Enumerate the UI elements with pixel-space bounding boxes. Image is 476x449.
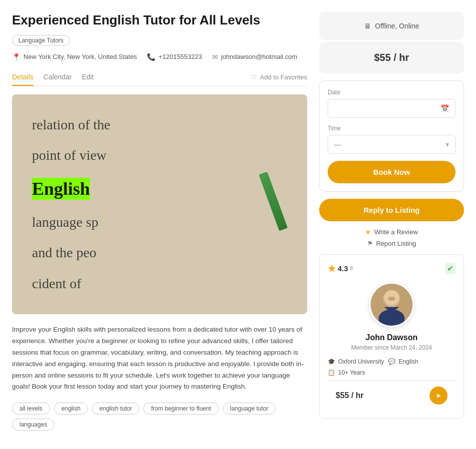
email-link[interactable]: johndawson@hotmail.com (221, 53, 298, 60)
tutor-profile-card: ★ 4.3 8 ✔ John D (319, 254, 464, 419)
description-text: Improve your English skills with persona… (12, 324, 307, 393)
book-line-4: and the peo (32, 245, 287, 261)
university-icon: 🎓 (328, 358, 335, 365)
experience-icon: 📋 (328, 369, 335, 376)
listing-image: relation of the point of view English la… (12, 94, 307, 314)
listing-title: Experienced English Tutor for All Levels (12, 12, 307, 29)
phone-icon: 📞 (147, 53, 155, 61)
time-value: — (334, 140, 341, 148)
price-card: $55 / hr (319, 42, 464, 73)
english-highlight: English (32, 178, 90, 200)
tag-all-levels: all levels (12, 403, 50, 415)
bottom-bar: $55 / hr ➤ (328, 380, 456, 411)
chevron-down-icon: ▾ (446, 140, 449, 148)
tags-container: all levels english english tutor from be… (12, 403, 307, 431)
tag-english: english (54, 403, 88, 415)
main-content: Experienced English Tutor for All Levels… (12, 12, 307, 431)
report-listing-link[interactable]: ⚑ Report Listing (367, 240, 416, 247)
mode-card: 🖥 Offline, Online (319, 12, 464, 40)
bottom-price: $55 / hr (336, 391, 364, 400)
action-links: ★ Write a Review ⚑ Report Listing (319, 228, 464, 247)
book-line-5: cident of (32, 276, 287, 292)
mode-row: 🖥 Offline, Online (327, 19, 456, 33)
favorites-label: Add to Favorites (260, 73, 307, 81)
tutor-meta-2: 📋 10+ Years (328, 369, 456, 376)
book-overlay: relation of the point of view English la… (12, 94, 307, 314)
date-label: Date (328, 89, 456, 96)
email-meta: ✉ johndawson@hotmail.com (212, 53, 298, 61)
time-select-container[interactable]: — ▾ (328, 135, 456, 154)
location-text: New York City, New York, United States (23, 53, 137, 60)
tab-details[interactable]: Details (12, 69, 33, 86)
star-icon-action: ★ (365, 228, 371, 236)
book-now-button[interactable]: Book Now (328, 161, 456, 183)
tutor-avatar (369, 282, 414, 327)
university-meta: 🎓 Oxford University (328, 358, 384, 365)
favorites-button[interactable]: ♡ Add to Favorites (251, 69, 307, 86)
avatar-container (328, 282, 456, 327)
email-icon: ✉ (212, 53, 218, 61)
member-since: Member since March 24, 2024 (328, 344, 456, 351)
sidebar: 🖥 Offline, Online $55 / hr Date 📅 Time —… (319, 12, 464, 431)
rating-row: ★ 4.3 8 ✔ (328, 263, 456, 274)
tab-spacer (104, 69, 241, 86)
tab-calendar[interactable]: Calendar (43, 69, 72, 86)
listing-meta: 📍 New York City, New York, United States… (12, 53, 307, 61)
mode-text: Offline, Online (375, 22, 419, 30)
send-icon: ➤ (436, 392, 442, 400)
rating-count: 8 (350, 266, 353, 271)
experience-meta: 📋 10+ Years (328, 369, 365, 376)
location-meta: 📍 New York City, New York, United States (12, 53, 137, 61)
highlight-row: English (32, 178, 287, 199)
rating-value: ★ 4.3 8 (328, 263, 353, 274)
language-meta: 💬 English (388, 358, 418, 365)
send-button[interactable]: ➤ (430, 387, 448, 405)
date-input[interactable] (334, 104, 441, 112)
book-line-2: point of view (32, 147, 287, 163)
reply-section: Reply to Listing ★ Write a Review ⚑ Repo… (319, 199, 464, 247)
tag-languages: languages (12, 419, 54, 431)
experience-text: 10+ Years (338, 369, 365, 376)
booking-card: Date 📅 Time — ▾ Book Now (319, 80, 464, 192)
calendar-icon: 📅 (441, 104, 449, 112)
tag-beginner-fluent: from beginner to fluent (143, 403, 218, 415)
phone-meta: 📞 +12015553223 (147, 53, 202, 61)
rating-number: 4.3 (338, 264, 348, 273)
reply-to-listing-button[interactable]: Reply to Listing (319, 199, 464, 221)
location-icon: 📍 (12, 53, 20, 61)
tutor-name: John Dawson (328, 333, 456, 342)
screen-icon: 🖥 (364, 22, 371, 30)
tab-edit[interactable]: Edit (82, 69, 94, 86)
time-label: Time (328, 125, 456, 132)
university-text: Oxford University (338, 358, 384, 365)
tag-language-tutor: language tutor (223, 403, 276, 415)
phone-text: +12015553223 (158, 53, 202, 60)
svg-point-2 (379, 309, 405, 327)
write-review-link[interactable]: ★ Write a Review (365, 228, 418, 236)
svg-rect-4 (388, 297, 395, 300)
book-line-1: relation of the (32, 117, 287, 133)
tutor-meta: 🎓 Oxford University 💬 English (328, 358, 456, 365)
date-input-container[interactable]: 📅 (328, 99, 456, 118)
heart-icon: ♡ (251, 73, 257, 81)
language-icon: 💬 (388, 358, 396, 365)
verified-badge-icon: ✔ (445, 263, 456, 274)
tag-english-tutor: english tutor (92, 403, 139, 415)
star-rating-icon: ★ (328, 263, 336, 274)
price-display: $55 / hr (327, 49, 456, 66)
nav-tabs: Details Calendar Edit ♡ Add to Favorites (12, 69, 307, 86)
language-text: English (399, 358, 418, 365)
flag-icon: ⚑ (367, 240, 373, 247)
write-review-label: Write a Review (374, 228, 418, 236)
book-line-3: language sp (32, 214, 287, 230)
category-tag: Language Tutors (12, 35, 70, 46)
report-listing-label: Report Listing (376, 240, 416, 247)
